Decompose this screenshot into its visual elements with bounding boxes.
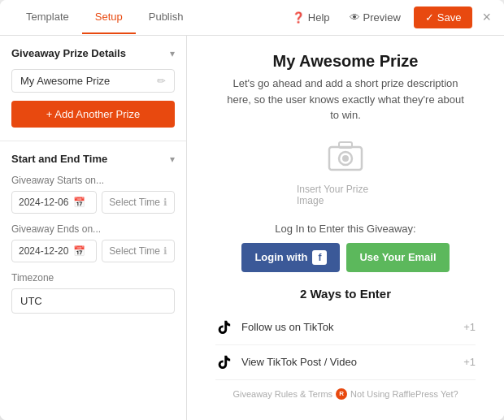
insert-image-text: Insert Your Prize Image (297, 184, 394, 206)
prize-image-placeholder[interactable]: Insert Your Prize Image (297, 136, 394, 210)
end-time-placeholder: Select Time (109, 245, 160, 257)
end-date-value: 2024-12-20 (19, 245, 68, 257)
ends-label: Giveaway Ends on... (11, 223, 175, 235)
login-buttons: Login with f Use Your Email (241, 243, 449, 272)
prize-title: My Awesome Prize (273, 52, 419, 71)
help-label: Help (308, 11, 330, 24)
ways-list: Follow us on TikTok +1 View TikTok Post … (215, 310, 476, 380)
right-panel: My Awesome Prize Let's go ahead and add … (187, 36, 504, 420)
use-email-label: Use Your Email (359, 251, 436, 263)
svg-point-3 (342, 155, 349, 162)
facebook-icon: f (312, 250, 327, 265)
prize-name-text: My Awesome Prize (20, 75, 157, 87)
tab-publish[interactable]: Publish (136, 1, 197, 34)
preview-button[interactable]: 👁 Preview (343, 8, 407, 27)
way-points-tiktok-follow: +1 (463, 321, 476, 333)
camera-icon (326, 139, 365, 179)
email-login-button[interactable]: Use Your Email (346, 243, 449, 272)
tiktok-icon-post (215, 353, 233, 371)
facebook-login-button[interactable]: Login with f (241, 243, 340, 272)
raffle-logo: R (336, 388, 347, 400)
timezone-label: Timezone (11, 272, 175, 284)
app-window: Template Setup Publish ❓ Help 👁 Preview … (0, 0, 504, 420)
end-date-input[interactable]: 2024-12-20 📅 (11, 240, 97, 262)
start-date-row: 2024-12-06 📅 Select Time ℹ (11, 191, 175, 214)
footer-note: Giveaway Rules & Terms R Not Using Raffl… (232, 388, 458, 400)
question-icon: ❓ (292, 11, 305, 24)
timezone-input[interactable]: UTC (11, 288, 175, 314)
way-points-tiktok-post: +1 (463, 356, 476, 368)
check-icon: ✓ (425, 11, 434, 24)
add-prize-label: + Add Another Prize (46, 108, 140, 120)
top-nav: Template Setup Publish ❓ Help 👁 Preview … (0, 0, 504, 36)
help-button[interactable]: ❓ Help (285, 8, 337, 27)
divider (0, 141, 186, 141)
end-time-select[interactable]: Select Time ℹ (102, 240, 175, 262)
prize-name-row: My Awesome Prize ✏ (11, 69, 175, 93)
start-date-input[interactable]: 2024-12-06 📅 (11, 191, 97, 214)
add-prize-button[interactable]: + Add Another Prize (11, 101, 175, 128)
way-item-tiktok-follow[interactable]: Follow us on TikTok +1 (215, 310, 476, 345)
time-section-header: Start and End Time ▾ (11, 153, 175, 165)
save-button[interactable]: ✓ Save (414, 6, 473, 28)
login-prompt: Log In to Enter this Giveaway: (275, 223, 415, 235)
way-item-tiktok-post[interactable]: View TikTok Post / Video +1 (215, 345, 476, 380)
prize-section-header: Giveaway Prize Details ▾ (11, 47, 175, 59)
prize-section-title: Giveaway Prize Details (11, 47, 126, 59)
prize-description: Let's go ahead and add a short prize des… (224, 76, 467, 123)
nav-tabs: Template Setup Publish (13, 1, 196, 34)
start-date-value: 2024-12-06 (19, 197, 68, 208)
way-label-tiktok-follow: Follow us on TikTok (241, 321, 455, 333)
way-label-tiktok-post: View TikTok Post / Video (241, 356, 455, 368)
start-time-select[interactable]: Select Time ℹ (102, 191, 175, 214)
start-time-placeholder: Select Time (109, 197, 160, 208)
save-label: Save (437, 11, 462, 24)
info-icon-end: ℹ (163, 245, 167, 257)
starts-label: Giveaway Starts on... (11, 175, 175, 186)
footer-not-using-text[interactable]: Not Using RafflePress Yet? (350, 389, 458, 399)
prize-toggle-icon[interactable]: ▾ (170, 48, 175, 59)
close-button[interactable]: × (482, 9, 491, 26)
preview-label: Preview (363, 11, 401, 24)
end-date-row: 2024-12-20 📅 Select Time ℹ (11, 240, 175, 262)
info-icon-start: ℹ (163, 197, 167, 208)
ways-title: 2 Ways to Enter (300, 287, 391, 301)
footer-rules-text[interactable]: Giveaway Rules & Terms (232, 389, 332, 399)
tab-template[interactable]: Template (13, 1, 82, 34)
calendar-icon-end: 📅 (73, 245, 85, 257)
login-with-text: Login with (254, 251, 307, 263)
calendar-icon-start: 📅 (73, 197, 85, 208)
nav-actions: ❓ Help 👁 Preview ✓ Save × (285, 6, 491, 28)
main-content: Giveaway Prize Details ▾ My Awesome Priz… (0, 36, 504, 420)
time-toggle-icon[interactable]: ▾ (170, 154, 175, 165)
time-section-title: Start and End Time (11, 153, 107, 165)
edit-icon[interactable]: ✏ (157, 75, 166, 87)
tiktok-icon-follow (215, 318, 233, 336)
eye-icon: 👁 (350, 11, 360, 24)
left-panel: Giveaway Prize Details ▾ My Awesome Priz… (0, 36, 187, 420)
tab-setup[interactable]: Setup (82, 1, 136, 34)
